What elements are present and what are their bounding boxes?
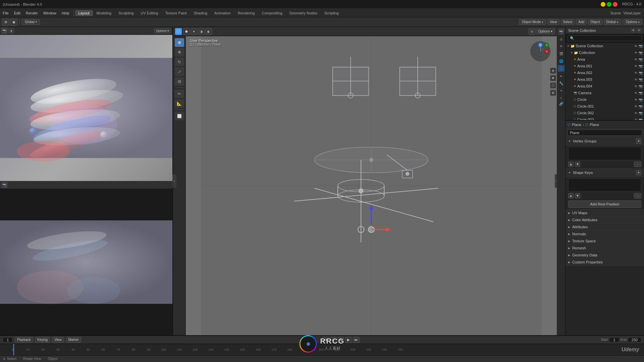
props-output-icon[interactable]: 🖨 [558,36,565,42]
vg-dots[interactable]: ··· [634,162,641,167]
global-btn[interactable]: ◉ [10,18,17,26]
overlay-btn[interactable]: ⊙ [529,28,535,35]
camera-icon[interactable]: 📷 [1,28,7,34]
outliner-search-input[interactable] [568,35,642,41]
props-view-icon[interactable]: 👁 [558,43,565,50]
outliner-item-area002[interactable]: ☀ Area.002 👁 📷 [566,69,644,76]
cursor-tool[interactable]: ⊕ [175,38,184,47]
tab-scripting[interactable]: Scripting [321,10,342,16]
wire-btn[interactable]: ⬟ [183,28,190,35]
tab-compositing[interactable]: Compositing [259,10,286,16]
vg-arrow-down[interactable]: ▼ [575,162,580,167]
close-btn[interactable] [613,2,618,7]
props-modifier-icon[interactable]: 🔧 [558,80,565,86]
shape-keys-header[interactable]: ▼ Shape Keys + [566,169,644,177]
tab-shading[interactable]: Shading [191,10,211,16]
outliner-sync-icon[interactable]: ⟳ [637,28,641,33]
view-toolbar-btn[interactable]: ⊞ [2,18,9,26]
keying-btn[interactable]: Keying [35,337,50,343]
viewport-type-icon[interactable]: ⬡ [175,28,182,35]
geometry-data-header[interactable]: ▶ Geometry Data [566,252,644,259]
vp-options-btn[interactable]: Options ▾ [536,28,555,34]
render-btn[interactable]: ◐ [205,28,212,35]
material-btn[interactable]: ◑ [198,28,205,35]
panel-collapse-btn[interactable]: ‹ [172,174,176,188]
uv-maps-header[interactable]: ▶ UV Maps [566,209,644,217]
add-vertex-group-btn[interactable]: + [636,138,641,144]
color-attributes-header[interactable]: ▶ Color Attributes [566,217,644,224]
zoom-icon[interactable]: ✥ [550,75,556,81]
move-tool[interactable]: ✥ [175,48,184,57]
tab-layout[interactable]: Layout [75,10,93,16]
custom-properties-header[interactable]: ▶ Custom Properties [566,259,644,266]
sk-dots[interactable]: ··· [634,193,641,198]
props-material-icon[interactable]: ● [558,72,565,79]
jump-end-btn[interactable]: ⏭ [353,337,360,343]
mesh-name-input[interactable] [568,130,642,136]
play-btn[interactable]: ▶ [337,337,344,343]
tab-sculpting[interactable]: Sculpting [115,10,137,16]
next-frame-btn[interactable]: ▶ [345,337,352,343]
select-menu-btn[interactable]: Select [561,19,575,25]
bottom-viewport[interactable]: 📷 [0,181,172,335]
add-rest-position-btn[interactable]: Add Rest Position [568,200,641,208]
solid-btn[interactable]: ● [191,28,197,35]
add-shape-key-btn[interactable]: + [636,170,641,175]
outliner-item-collection[interactable]: ▼ 📁 Collection 👁 📷 [566,49,644,56]
end-frame[interactable]: 250 [628,337,641,343]
marker-btn[interactable]: Marker [66,337,81,343]
scale-tool[interactable]: ⤢ [175,67,184,76]
minimize-btn[interactable] [601,2,605,7]
props-physics-icon[interactable]: ⚛ [558,95,565,101]
attributes-header[interactable]: ▶ Attributes [566,224,644,231]
add-cube-tool[interactable]: ⬜ [175,112,184,120]
playback-btn[interactable]: Playback [15,337,33,343]
sk-arrow-down[interactable]: ▼ [575,193,580,198]
props-object-data-icon[interactable]: ⬡ [558,65,565,72]
window-controls[interactable]: RRCG - 4.0 [601,2,641,7]
texture-space-header[interactable]: ▶ Texture Space [566,238,644,245]
current-frame-indicator[interactable]: 1 [3,337,13,343]
vg-arrow-up[interactable]: ▲ [568,162,574,167]
object-menu-btn[interactable]: Object [588,19,602,25]
viewport-collapse-right[interactable]: › [555,174,557,188]
jump-start-btn[interactable]: ⏮ [322,337,329,343]
outliner-item-camera[interactable]: 📷 Camera 👁 📷 [566,89,644,96]
menu-help[interactable]: Help [59,10,72,16]
normals-header[interactable]: ▶ Normals [566,231,644,238]
props-particles-icon[interactable]: ✴ [558,87,565,94]
global-transform-btn[interactable]: Global ▾ [604,19,621,25]
object-mode-btn[interactable]: Object Mode ▾ [519,19,546,25]
options-top[interactable]: Options ▾ [154,28,171,33]
camera-nav-icon[interactable]: ⬡ [550,82,556,88]
top-viewport[interactable]: 📷 ● Options ▾ [0,27,172,181]
props-render-icon[interactable]: 📷 [558,28,565,35]
remesh-header[interactable]: ▶ Remesh [566,245,644,252]
tab-rendering[interactable]: Rendering [234,10,258,16]
menu-file[interactable]: File [0,10,11,16]
outliner-item-circle[interactable]: ⬡ Circle 👁 📷 [566,96,644,103]
tab-geometry-nodes[interactable]: Geometry Nodes [286,10,321,16]
start-frame[interactable]: 1 [609,337,619,343]
outliner-item-area[interactable]: ☀ Area 👁 📷 [566,56,644,63]
outliner-item-area003[interactable]: ☀ Area.003 👁 📷 [566,76,644,83]
transform-tool[interactable]: ⊞ [175,77,184,86]
outliner-item-circle003[interactable]: ⬡ Circle.003 👁 📷 [566,116,644,120]
outliner-item-circle001[interactable]: ⬡ Circle.001 👁 📷 [566,103,644,110]
props-world-icon[interactable]: 🌐 [558,58,565,64]
viewport-shading-solid[interactable]: ● [8,28,14,33]
grid-icon[interactable]: ⊞ [550,90,556,96]
global-dropdown[interactable]: Global ▾ [22,19,40,25]
outliner-item-area001[interactable]: ☀ Area.001 👁 📷 [566,63,644,69]
outliner-filter-icon[interactable]: ▼ [631,28,636,33]
tab-modeling[interactable]: Modeling [93,10,115,16]
tab-texture-paint[interactable]: Texture Paint [162,10,190,16]
rotate-tool[interactable]: ↻ [175,58,184,66]
vertex-groups-header[interactable]: ▼ Vertex Groups + [566,137,644,145]
outliner-item-scene-collection[interactable]: ▼ 📁 Scene Collection 👁 📷 [566,43,644,49]
outliner-item-area004[interactable]: ☀ Area.004 👁 📷 [566,83,644,89]
maximize-btn[interactable] [607,2,611,7]
add-menu-btn[interactable]: Add [576,19,587,25]
menu-edit[interactable]: Edit [11,10,23,16]
timeline-ruler[interactable]: 1 10 20 30 40 50 60 70 80 90 100 110 120… [0,344,644,355]
